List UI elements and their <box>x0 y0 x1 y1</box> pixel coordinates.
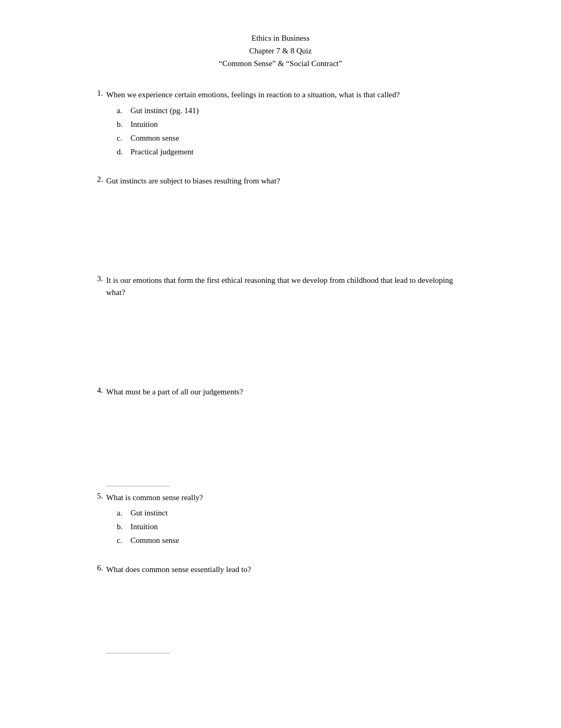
question-item: 5.What is common sense really?a.Gut inst… <box>90 492 471 548</box>
answer-line <box>106 486 170 486</box>
answer-option: a.Gut instinct <box>117 506 471 519</box>
question-content: What does common sense essentially lead … <box>106 564 471 648</box>
answer-option: c.Common sense <box>117 132 471 144</box>
option-text: Intuition <box>130 118 158 131</box>
questions-list: 1.When we experience certain emotions, f… <box>90 89 471 653</box>
question-number: 2. <box>90 175 103 184</box>
option-text: Intuition <box>130 520 158 533</box>
question-text: What does common sense essentially lead … <box>106 564 471 576</box>
blank-answer-space <box>106 190 471 259</box>
blank-answer-space <box>106 579 471 648</box>
question-item: 2.Gut instincts are subject to biases re… <box>90 175 471 259</box>
option-label: a. <box>117 506 125 519</box>
answer-option: d.Practical judgement <box>117 145 471 158</box>
question-content: What must be a part of all our judgement… <box>106 386 471 470</box>
document-header: Ethics in Business Chapter 7 & 8 Quiz “C… <box>90 32 471 70</box>
answer-option: b.Intuition <box>117 520 471 533</box>
option-text: Common sense <box>130 534 179 547</box>
answer-line <box>106 653 170 653</box>
option-text: Gut instinct <box>130 506 167 519</box>
answer-options: a.Gut instinct (pg. 141)b.Intuitionc.Com… <box>117 104 471 158</box>
header-line2: Chapter 7 & 8 Quiz <box>90 44 471 57</box>
page: Ethics in Business Chapter 7 & 8 Quiz “C… <box>90 32 471 659</box>
question-number: 4. <box>90 386 103 395</box>
answer-option: a.Gut instinct (pg. 141) <box>117 104 471 117</box>
question-number: 1. <box>90 89 103 98</box>
question-text: What is common sense really? <box>106 492 471 504</box>
option-text: Practical judgement <box>130 145 194 158</box>
answer-option: c.Common sense <box>117 534 471 547</box>
question-number: 5. <box>90 492 103 501</box>
option-label: c. <box>117 534 125 547</box>
question-content: It is our emotions that form the first e… <box>106 274 471 370</box>
question-item: 4.What must be a part of all our judgeme… <box>90 386 471 470</box>
option-label: a. <box>117 104 125 117</box>
divider-line <box>106 653 471 653</box>
question-content: When we experience certain emotions, fee… <box>106 89 471 159</box>
option-label: d. <box>117 145 125 158</box>
question-item: 1.When we experience certain emotions, f… <box>90 89 471 159</box>
option-text: Common sense <box>130 132 179 144</box>
question-text: When we experience certain emotions, fee… <box>106 89 471 101</box>
question-number: 6. <box>90 564 103 573</box>
blank-answer-space <box>106 301 471 370</box>
blank-answer-space <box>106 401 471 470</box>
question-item: 3.It is our emotions that form the first… <box>90 274 471 370</box>
option-label: b. <box>117 520 125 533</box>
header-line3: “Common Sense” & “Social Contract” <box>90 57 471 70</box>
question-number: 3. <box>90 274 103 283</box>
answer-options: a.Gut instinctb.Intuitionc.Common sense <box>117 506 471 547</box>
question-item: 6.What does common sense essentially lea… <box>90 564 471 648</box>
option-text: Gut instinct (pg. 141) <box>130 104 199 117</box>
divider-line <box>106 486 471 486</box>
option-label: b. <box>117 118 125 131</box>
option-label: c. <box>117 132 125 144</box>
answer-option: b.Intuition <box>117 118 471 131</box>
question-content: What is common sense really?a.Gut instin… <box>106 492 471 548</box>
header-line1: Ethics in Business <box>90 32 471 44</box>
question-text: Gut instincts are subject to biases resu… <box>106 175 471 187</box>
question-text: It is our emotions that form the first e… <box>106 274 471 298</box>
question-content: Gut instincts are subject to biases resu… <box>106 175 471 259</box>
question-text: What must be a part of all our judgement… <box>106 386 471 398</box>
